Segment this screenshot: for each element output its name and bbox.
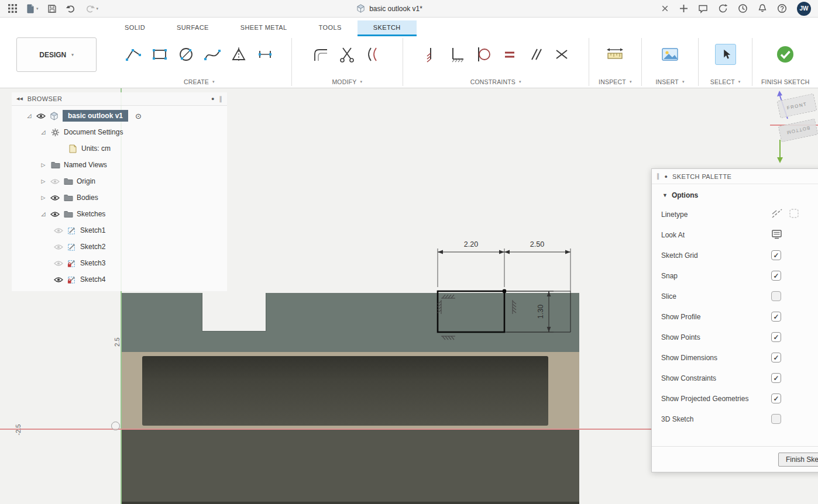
- visibility-eye-icon[interactable]: [54, 260, 63, 267]
- sketch-grid-checkbox[interactable]: ✓: [771, 250, 781, 260]
- browser-row-root[interactable]: ◿ basic outlook v1 ⊙: [12, 108, 227, 124]
- inspect-group-label[interactable]: INSPECT▾: [592, 78, 640, 87]
- redo-icon[interactable]: ▾: [85, 4, 99, 13]
- show-constraints-checkbox[interactable]: ✓: [771, 373, 781, 383]
- close-tab-icon[interactable]: [660, 4, 670, 13]
- browser-row-bodies[interactable]: ▷ Bodies: [12, 189, 227, 206]
- section-collapse-caret-icon[interactable]: ▼: [662, 192, 668, 198]
- visibility-eye-icon[interactable]: [50, 211, 60, 218]
- mirror-tool-icon[interactable]: [227, 42, 250, 67]
- browser-row-sketch1[interactable]: Sketch1: [12, 222, 227, 239]
- user-avatar[interactable]: JW: [797, 2, 811, 16]
- expander-icon[interactable]: ◿: [26, 113, 33, 119]
- expander-icon[interactable]: ▷: [40, 195, 47, 201]
- measure-tool-icon[interactable]: [603, 42, 627, 67]
- horizontal-vertical-constraint-icon[interactable]: [418, 42, 442, 67]
- visibility-eye-icon[interactable]: [54, 277, 63, 283]
- perpendicular-constraint-icon[interactable]: [445, 42, 468, 67]
- slice-checkbox[interactable]: [771, 291, 781, 301]
- show-profile-checkbox[interactable]: ✓: [771, 312, 781, 322]
- notifications-bell-icon[interactable]: [758, 4, 767, 13]
- help-icon[interactable]: [777, 4, 787, 13]
- visibility-eye-icon[interactable]: [36, 113, 46, 119]
- visibility-eye-icon[interactable]: [54, 244, 63, 250]
- finish-sketch-button[interactable]: Finish Sketch: [778, 453, 818, 467]
- dimension-width-left[interactable]: 2.20: [464, 240, 478, 248]
- select-group-label[interactable]: SELECT▾: [701, 78, 750, 87]
- modify-group-label[interactable]: MODIFY▾: [294, 78, 400, 87]
- tab-sketch[interactable]: SKETCH: [358, 20, 417, 36]
- model-bottom-block[interactable]: [121, 429, 579, 504]
- slot-tool-icon[interactable]: [253, 42, 277, 67]
- insert-group-label[interactable]: INSERT▾: [644, 78, 696, 87]
- construction-linetype-icon[interactable]: [771, 208, 783, 220]
- document-tab[interactable]: basic outlook v1*: [106, 0, 672, 17]
- model-top-slab[interactable]: [121, 293, 579, 352]
- offset-tool-icon[interactable]: [362, 42, 385, 67]
- tab-solid[interactable]: SOLID: [109, 20, 161, 36]
- new-tab-plus-icon[interactable]: [679, 4, 688, 13]
- expander-icon[interactable]: ◿: [40, 129, 47, 135]
- circle-tool-icon[interactable]: [174, 42, 198, 67]
- show-projected-geometries-checkbox[interactable]: ✓: [771, 393, 781, 403]
- panel-grip-icon[interactable]: ∥: [219, 95, 223, 103]
- finish-sketch-label[interactable]: FINISH SKETCH: [755, 78, 816, 87]
- trim-tool-icon[interactable]: [335, 42, 359, 67]
- expander-icon[interactable]: ◿: [40, 211, 47, 217]
- model-notch-cutout[interactable]: [202, 293, 266, 332]
- select-tool-icon[interactable]: [715, 44, 736, 65]
- collapse-panel-icon[interactable]: ◀◀: [16, 96, 23, 101]
- model-cavity[interactable]: [142, 356, 548, 426]
- browser-row-document-settings[interactable]: ◿ Document Settings: [12, 124, 227, 140]
- visibility-eye-icon[interactable]: [50, 195, 60, 201]
- browser-row-sketch3[interactable]: Sketch3: [12, 255, 227, 271]
- save-icon[interactable]: [47, 4, 57, 13]
- panel-grip-icon[interactable]: ∥: [657, 172, 660, 180]
- insert-image-icon[interactable]: [658, 42, 682, 67]
- parallel-constraint-icon[interactable]: [524, 42, 547, 67]
- root-component-name[interactable]: basic outlook v1: [63, 110, 128, 122]
- show-points-checkbox[interactable]: ✓: [771, 332, 781, 342]
- visibility-eye-icon[interactable]: [54, 227, 63, 234]
- job-status-icon[interactable]: [718, 4, 728, 13]
- equal-constraint-icon[interactable]: [497, 42, 521, 67]
- create-group-label[interactable]: CREATE▾: [109, 78, 289, 87]
- constraints-group-label[interactable]: CONSTRAINTS▾: [405, 78, 586, 87]
- tab-surface[interactable]: SURFACE: [161, 20, 225, 36]
- browser-row-origin[interactable]: ▷ Origin: [12, 173, 227, 189]
- undo-icon[interactable]: [66, 4, 76, 13]
- browser-row-sketches[interactable]: ◿ Sketches: [12, 206, 227, 222]
- new-file-icon[interactable]: ▾: [26, 4, 39, 13]
- rectangle-tool-icon[interactable]: [148, 42, 171, 67]
- clock-icon[interactable]: [738, 4, 748, 13]
- app-grid-icon[interactable]: [8, 4, 17, 13]
- design-workspace-button[interactable]: DESIGN ▾: [16, 37, 97, 72]
- dimension-width-right[interactable]: 2.50: [530, 240, 544, 248]
- visibility-eye-icon[interactable]: [50, 178, 60, 185]
- activate-component-radio[interactable]: ⊙: [135, 112, 142, 120]
- look-at-icon[interactable]: [771, 229, 783, 241]
- tab-sheet-metal[interactable]: SHEET METAL: [225, 20, 303, 36]
- browser-row-sketch2[interactable]: Sketch2: [12, 239, 227, 255]
- spline-tool-icon[interactable]: [201, 42, 224, 67]
- expander-icon[interactable]: ▷: [40, 162, 47, 168]
- tab-tools[interactable]: TOOLS: [303, 20, 358, 36]
- tangent-constraint-icon[interactable]: [471, 42, 494, 67]
- 3d-sketch-checkbox[interactable]: [771, 414, 781, 424]
- show-dimensions-checkbox[interactable]: ✓: [771, 353, 781, 363]
- panel-display-dot-icon[interactable]: ●: [211, 96, 214, 102]
- finish-sketch-icon[interactable]: [774, 42, 797, 67]
- origin-point[interactable]: [111, 422, 120, 430]
- viewcube[interactable]: FRONT BOTTOM: [770, 88, 818, 164]
- browser-row-units[interactable]: Units: cm: [12, 140, 227, 157]
- snap-checkbox[interactable]: ✓: [771, 271, 781, 281]
- browser-row-named-views[interactable]: ▷ Named Views: [12, 157, 227, 173]
- line-tool-icon[interactable]: [122, 42, 145, 67]
- panel-display-dot-icon[interactable]: ●: [665, 174, 668, 179]
- fillet-tool-icon[interactable]: [309, 42, 332, 67]
- comments-icon[interactable]: [698, 4, 708, 13]
- symmetry-constraint-icon[interactable]: [550, 42, 573, 67]
- viewcube-bottom-face[interactable]: BOTTOM: [778, 119, 818, 143]
- browser-row-sketch4[interactable]: Sketch4: [12, 271, 227, 288]
- centerline-linetype-icon[interactable]: [789, 208, 799, 220]
